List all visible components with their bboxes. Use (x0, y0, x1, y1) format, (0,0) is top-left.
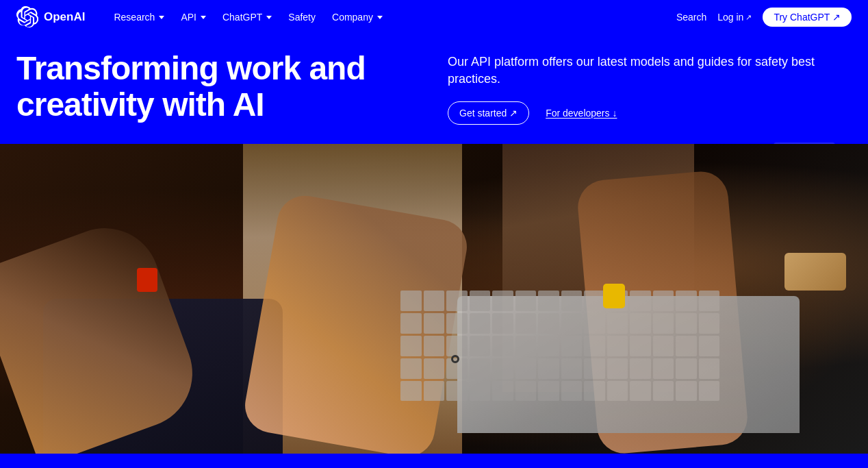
keyboard-key (400, 358, 422, 379)
keyboard-key (400, 381, 422, 402)
hero-description: Our API platform offers our latest model… (448, 53, 852, 88)
keyboard-key (584, 336, 605, 356)
navbar: OpenAI Research API ChatGPT Safety Compa… (0, 0, 868, 34)
get-started-button[interactable]: Get started ↗ (448, 101, 529, 125)
keyboard-key (492, 358, 513, 379)
openai-logo-icon (16, 6, 38, 28)
keyboard-key (699, 336, 720, 356)
keyboard-key (699, 381, 720, 402)
nav-item-chatgpt[interactable]: ChatGPT (216, 8, 279, 27)
keyboard-key (538, 291, 559, 311)
keyboard-key (515, 313, 537, 334)
keyboard-key (630, 313, 651, 334)
chevron-down-icon (377, 16, 383, 19)
keyboard-key (607, 336, 628, 356)
keyboard-key (607, 381, 628, 402)
keyboard-key (515, 291, 537, 311)
phone-decoration (784, 253, 846, 291)
keyboard-key (607, 358, 628, 379)
keyboard-key (470, 291, 491, 311)
chevron-down-icon (201, 16, 206, 19)
hero-section: Transforming work and creativity with AI… (0, 34, 868, 144)
keyboard-key (446, 291, 468, 311)
keyboard-key (492, 381, 513, 402)
keyboard-key (538, 336, 559, 356)
keyboard-key (676, 313, 697, 334)
nav-item-research[interactable]: Research (107, 8, 171, 27)
keyboard-key (676, 358, 697, 379)
watch-right-decoration (603, 284, 625, 308)
keyboard-key (400, 291, 422, 311)
logo-link[interactable]: OpenAI (16, 6, 85, 28)
keyboard-key (470, 336, 491, 356)
keyboard-key (538, 313, 559, 334)
watch-left-decoration (137, 268, 157, 292)
keyboard-key (492, 336, 513, 356)
keyboard-key (470, 313, 491, 334)
hero-buttons: Get started ↗ For developers ↓ (448, 101, 852, 125)
keyboard-key (561, 313, 583, 334)
hero-image (0, 144, 868, 454)
brand-name: OpenAI (44, 10, 85, 24)
keyboard-key (584, 313, 605, 334)
keyboard-key (446, 381, 468, 402)
keyboard-key (538, 358, 559, 379)
keyboard-key (630, 381, 651, 402)
arrow-icon: ↗ (745, 13, 752, 22)
nav-item-safety[interactable]: Safety (281, 8, 322, 27)
keyboard-key (424, 336, 445, 356)
keyboard-key (584, 381, 605, 402)
keyboard-key (492, 313, 513, 334)
hero-title: Transforming work and creativity with AI (16, 51, 420, 123)
keyboard-key (653, 291, 674, 311)
chevron-down-icon (266, 16, 272, 19)
keyboard-key (676, 381, 697, 402)
keyboard-key (561, 358, 583, 379)
keyboard-key (400, 336, 422, 356)
try-chatgpt-button[interactable]: Try ChatGPT ↗ (763, 8, 852, 27)
keyboard-key (653, 313, 674, 334)
keyboard-key (699, 358, 720, 379)
keyboard-key (584, 358, 605, 379)
keyboard-key (676, 291, 697, 311)
nav-item-api[interactable]: API (174, 8, 213, 27)
keyboard-key (699, 291, 720, 311)
keyboard-key (515, 358, 537, 379)
keyboard-key (653, 336, 674, 356)
keyboard-key (446, 336, 468, 356)
keyboard-key (561, 381, 583, 402)
keyboard-decoration (392, 282, 728, 409)
keyboard-key (653, 381, 674, 402)
hero-left: Transforming work and creativity with AI (16, 51, 420, 123)
page-wrapper: OpenAI Research API ChatGPT Safety Compa… (0, 0, 868, 454)
keyboard-key (584, 291, 605, 311)
nav-item-company[interactable]: Company (325, 8, 390, 27)
search-link[interactable]: Search (676, 12, 706, 23)
keyboard-key (607, 313, 628, 334)
keyboard-key (630, 336, 651, 356)
keyboard-key (400, 313, 422, 334)
keyboard-key (561, 336, 583, 356)
keyboard-key (538, 381, 559, 402)
keyboard-key (561, 291, 583, 311)
keyboard-key (699, 313, 720, 334)
hero-right: Our API platform offers our latest model… (448, 51, 852, 125)
keyboard-key (676, 336, 697, 356)
keyboard-key (653, 358, 674, 379)
for-developers-button[interactable]: For developers ↓ (546, 108, 617, 119)
keyboard-key (424, 313, 445, 334)
nav-links: Research API ChatGPT Safety Company (107, 8, 676, 27)
keyboard-key (424, 358, 445, 379)
laptop-decoration (457, 296, 800, 433)
keyboard-key (446, 313, 468, 334)
hero-image-bg (0, 144, 868, 454)
chevron-down-icon (159, 16, 164, 19)
keyboard-key (515, 381, 537, 402)
login-link[interactable]: Log in ↗ (717, 12, 752, 23)
nav-right: Search Log in ↗ Try ChatGPT ↗ (676, 8, 852, 27)
keyboard-key (424, 381, 445, 402)
keyboard-key (424, 291, 445, 311)
keyboard-key (630, 358, 651, 379)
keyboard-key (470, 358, 491, 379)
keyboard-key (630, 291, 651, 311)
